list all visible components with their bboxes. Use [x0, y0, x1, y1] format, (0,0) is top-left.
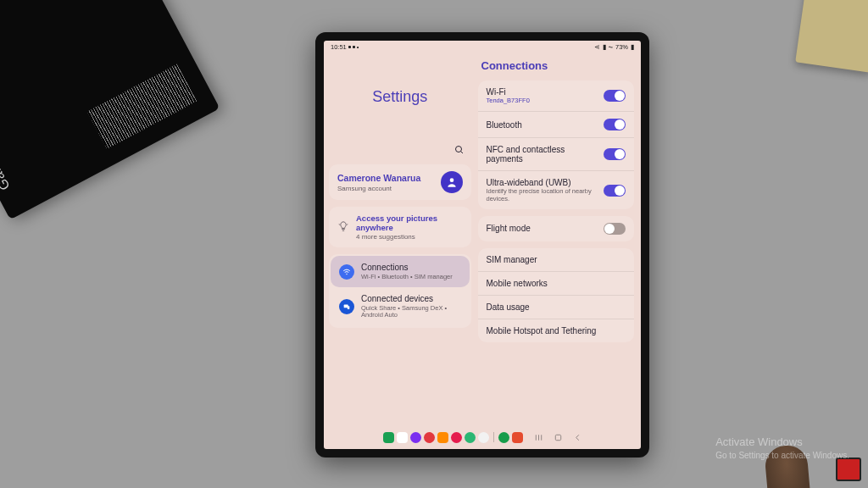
- mute-icon: ⋖: [594, 43, 600, 51]
- nav-home-icon[interactable]: [554, 433, 563, 442]
- menu-item-connections[interactable]: Connections Wi-Fi • Bluetooth • SIM mana…: [331, 256, 470, 287]
- wifi-icon: [339, 264, 354, 280]
- settings-menu-group: Connections Wi-Fi • Bluetooth • SIM mana…: [329, 254, 471, 328]
- nav-recent-icon[interactable]: [534, 433, 543, 442]
- taskbar-app-icon[interactable]: [397, 432, 408, 443]
- settings-detail-pane: Connections Wi-Fi Tenda_B73FF0 Bluetooth: [476, 53, 641, 449]
- svg-line-3: [339, 224, 340, 225]
- setting-title: Bluetooth: [487, 120, 598, 130]
- setting-title: Flight mode: [487, 224, 598, 233]
- wifi-icon: ⏦: [609, 43, 613, 51]
- signal-icon: ▮: [603, 43, 606, 51]
- setting-title: SIM manager: [487, 255, 537, 264]
- setting-title: Mobile Hotspot and Tethering: [487, 326, 597, 336]
- setting-hotspot[interactable]: Mobile Hotspot and Tethering: [478, 319, 634, 342]
- svg-point-2: [449, 178, 453, 182]
- product-box-brand: Galaxy Z Fold6: [0, 99, 14, 192]
- status-right: ⋖ ▮ ⏦ 73% ▮: [594, 43, 634, 51]
- taskbar-app-icon[interactable]: [410, 432, 421, 443]
- taskbar-app-icon[interactable]: [498, 432, 509, 443]
- devices-icon: [339, 299, 354, 314]
- tablet-device: 10:51 • ⋖ ▮ ⏦ 73% ▮ Settings: [315, 32, 649, 458]
- connections-group-1: Wi-Fi Tenda_B73FF0 Bluetooth NFC and con…: [478, 80, 634, 209]
- windows-watermark: Activate Windows Go to Settings to activ…: [715, 435, 849, 461]
- setting-uwb[interactable]: Ultra-wideband (UWB) Identify the precis…: [478, 170, 634, 209]
- detail-header: Connections: [481, 59, 634, 72]
- setting-title: Wi-Fi: [487, 87, 598, 97]
- wifi-toggle[interactable]: [604, 90, 626, 102]
- menu-item-title: Connections: [361, 263, 453, 273]
- bluetooth-toggle[interactable]: [604, 119, 626, 130]
- taskbar-app-icon[interactable]: [437, 432, 448, 443]
- settings-master-pane: Settings Camerone Wanarua Samsung accoun…: [324, 53, 476, 449]
- taskbar-app-icon[interactable]: [383, 432, 394, 443]
- barcode-icon: [87, 64, 197, 148]
- menu-item-sub: Quick Share • Samsung DeX • Android Auto: [361, 305, 461, 319]
- svg-line-4: [347, 224, 348, 225]
- setting-mobile-networks[interactable]: Mobile networks: [478, 271, 634, 295]
- taskbar-app-icon[interactable]: [478, 432, 489, 443]
- status-indicator-icon: [348, 46, 351, 48]
- setting-sim-manager[interactable]: SIM manager: [478, 248, 634, 271]
- channel-badge-icon: [836, 458, 861, 481]
- lightbulb-icon: [337, 220, 349, 235]
- status-more-icon: •: [357, 43, 359, 51]
- menu-item-title: Connected devices: [361, 294, 461, 304]
- setting-title: NFC and contactless payments: [487, 145, 598, 164]
- profile-sub: Samsung account: [337, 185, 420, 192]
- product-box: Galaxy Z Fold6: [0, 0, 220, 219]
- battery-percent: 73%: [615, 43, 628, 51]
- setting-flight-mode[interactable]: Flight mode: [478, 216, 634, 241]
- search-icon[interactable]: [454, 145, 465, 158]
- taskbar-divider: [493, 432, 494, 442]
- setting-sub: Identify the precise location of nearby …: [487, 188, 598, 202]
- battery-icon: ▮: [631, 43, 634, 51]
- menu-item-connected-devices[interactable]: Connected devices Quick Share • Samsung …: [331, 287, 470, 326]
- taskbar-app-icon[interactable]: [451, 432, 462, 443]
- suggestions-card[interactable]: Access your pictures anywhere 4 more sug…: [329, 207, 471, 247]
- svg-line-1: [460, 152, 463, 154]
- taskbar: [324, 428, 641, 446]
- status-bar: 10:51 • ⋖ ▮ ⏦ 73% ▮: [324, 41, 641, 53]
- svg-point-0: [455, 147, 461, 152]
- samsung-account-card[interactable]: Camerone Wanarua Samsung account: [329, 164, 471, 200]
- setting-bluetooth[interactable]: Bluetooth: [478, 111, 634, 137]
- setting-title: Data usage: [487, 302, 530, 312]
- nfc-toggle[interactable]: [604, 148, 626, 160]
- status-left: 10:51 •: [331, 43, 359, 51]
- avatar: [441, 171, 463, 193]
- setting-data-usage[interactable]: Data usage: [478, 295, 634, 319]
- connections-group-3: SIM manager Mobile networks Data usage M…: [478, 248, 634, 342]
- setting-title: Ultra-wideband (UWB): [487, 178, 598, 187]
- setting-wifi[interactable]: Wi-Fi Tenda_B73FF0: [478, 80, 634, 111]
- status-indicator-icon: [353, 46, 355, 48]
- screen: 10:51 • ⋖ ▮ ⏦ 73% ▮ Settings: [324, 41, 641, 449]
- uwb-toggle[interactable]: [604, 185, 626, 197]
- nav-back-icon[interactable]: [573, 433, 582, 442]
- status-time: 10:51: [331, 43, 347, 51]
- connections-group-2: Flight mode: [478, 216, 634, 241]
- wood-block-prop: [795, 0, 868, 73]
- suggestion-sub: 4 more suggestions: [356, 233, 463, 241]
- taskbar-app-icon[interactable]: [424, 432, 435, 443]
- taskbar-app-icon[interactable]: [465, 432, 476, 443]
- page-title: Settings: [329, 88, 471, 106]
- watermark-title: Activate Windows: [715, 435, 849, 450]
- setting-sub: Tenda_B73FF0: [487, 97, 598, 104]
- taskbar-app-icon[interactable]: [512, 432, 523, 443]
- setting-nfc[interactable]: NFC and contactless payments: [478, 137, 634, 170]
- flight-mode-toggle[interactable]: [604, 223, 626, 235]
- svg-point-5: [346, 273, 347, 274]
- watermark-sub: Go to Settings to activate Windows.: [715, 450, 849, 461]
- profile-name: Camerone Wanarua: [337, 173, 420, 183]
- suggestion-title: Access your pictures anywhere: [356, 214, 463, 232]
- svg-rect-11: [555, 435, 560, 440]
- menu-item-sub: Wi-Fi • Bluetooth • SIM manager: [361, 274, 453, 281]
- setting-title: Mobile networks: [487, 279, 548, 288]
- svg-rect-7: [348, 306, 350, 309]
